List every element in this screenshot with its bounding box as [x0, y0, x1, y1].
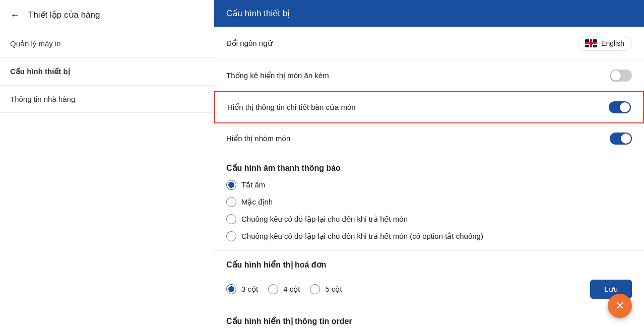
radio-bell-loop-opt-input[interactable] [226, 231, 236, 241]
radio-col5-input[interactable] [310, 284, 320, 294]
radio-mute-label: Tắt âm [241, 180, 265, 189]
order-info-title: Cấu hình hiển thị thông tin order [226, 316, 632, 326]
show-group-row: Hiển thị nhóm món [214, 123, 644, 154]
fab-button[interactable]: ✕ [608, 294, 632, 318]
fab-icon: ✕ [615, 299, 624, 312]
sound-radio-group: Tắt âm Mặc định Chuông kêu có đỏ lặp lại… [214, 178, 644, 251]
radio-col3-label: 3 cột [241, 285, 258, 294]
radio-col5-label: 5 cột [325, 285, 342, 294]
radio-col4-label: 4 cột [283, 285, 300, 294]
content-header: Cấu hình thiết bị [214, 0, 644, 27]
content-body: Đổi ngôn ngữ English Thống kê hiển thị m… [214, 27, 644, 330]
show-addon-row: Thống kê hiển thị món ăn kèm [214, 60, 644, 91]
radio-col5[interactable]: 5 cột [310, 284, 342, 294]
radio-bell-loop-opt[interactable]: Chuông kêu có đỏ lặp lại cho đến khi trả… [226, 231, 632, 241]
invoice-section-title: Cấu hình hiển thị hoá đơn [226, 260, 326, 269]
radio-col3-input[interactable] [226, 284, 236, 294]
back-button[interactable]: ← [8, 7, 22, 23]
radio-mute-input[interactable] [226, 180, 236, 190]
sidebar-title: Thiết lập cửa hàng [28, 10, 100, 20]
language-value: English [601, 39, 624, 47]
radio-default[interactable]: Mặc định [226, 197, 632, 207]
sidebar-item-device[interactable]: Cấu hình thiết bị [0, 58, 214, 86]
radio-bell-loop-label: Chuông kêu có đỏ lặp lại cho đến khi trả… [241, 215, 408, 224]
sidebar-item-printer[interactable]: Quản lý máy in [0, 30, 214, 58]
sidebar-item-restaurant[interactable]: Thông tin nhà hàng [0, 86, 214, 113]
radio-bell-loop-input[interactable] [226, 214, 236, 224]
radio-bell-loop[interactable]: Chuông kêu có đỏ lặp lại cho đến khi trả… [226, 214, 632, 224]
radio-default-label: Mặc định [241, 197, 273, 207]
radio-default-input[interactable] [226, 197, 236, 207]
show-group-toggle[interactable] [610, 133, 632, 145]
language-selector[interactable]: English [577, 36, 632, 51]
radio-col4[interactable]: 4 cột [268, 284, 300, 294]
invoice-columns-group: 3 cột 4 cột 5 cột [226, 284, 590, 294]
show-detail-row: Hiển thị thông tin chi tiết bàn của món [214, 91, 644, 123]
language-label: Đổi ngôn ngữ [226, 39, 273, 48]
show-addon-toggle[interactable] [610, 70, 632, 82]
radio-mute[interactable]: Tắt âm [226, 180, 632, 190]
language-row: Đổi ngôn ngữ English [214, 27, 644, 60]
sound-section-title: Cấu hình âm thanh thông báo [226, 164, 341, 172]
content-title: Cấu hình thiết bị [226, 9, 290, 18]
show-addon-label: Thống kê hiển thị món ăn kèm [226, 71, 329, 80]
order-info-section: Cấu hình hiển thị thông tin order Hiển t… [214, 307, 644, 330]
flag-uk-icon [585, 39, 597, 47]
show-detail-toggle[interactable] [609, 101, 631, 113]
radio-bell-loop-opt-label: Chuông kêu có đỏ lặp lại cho đến khi trả… [241, 232, 483, 241]
sidebar: ← Thiết lập cửa hàng Quản lý máy in Cấu … [0, 0, 214, 330]
sound-section-header: Cấu hình âm thanh thông báo [214, 154, 644, 178]
radio-col4-input[interactable] [268, 284, 278, 294]
main-content: Cấu hình thiết bị Đổi ngôn ngữ English T… [214, 0, 644, 330]
show-detail-label: Hiển thị thông tin chi tiết bàn của món [227, 103, 356, 112]
show-group-label: Hiển thị nhóm món [226, 134, 290, 143]
invoice-section-header: Cấu hình hiển thị hoá đơn [214, 251, 644, 275]
sidebar-header: ← Thiết lập cửa hàng [0, 0, 214, 30]
radio-col3[interactable]: 3 cột [226, 284, 258, 294]
invoice-config-row: 3 cột 4 cột 5 cột Lưu [214, 275, 644, 307]
sidebar-nav: Quản lý máy in Cấu hình thiết bị Thông t… [0, 30, 214, 113]
